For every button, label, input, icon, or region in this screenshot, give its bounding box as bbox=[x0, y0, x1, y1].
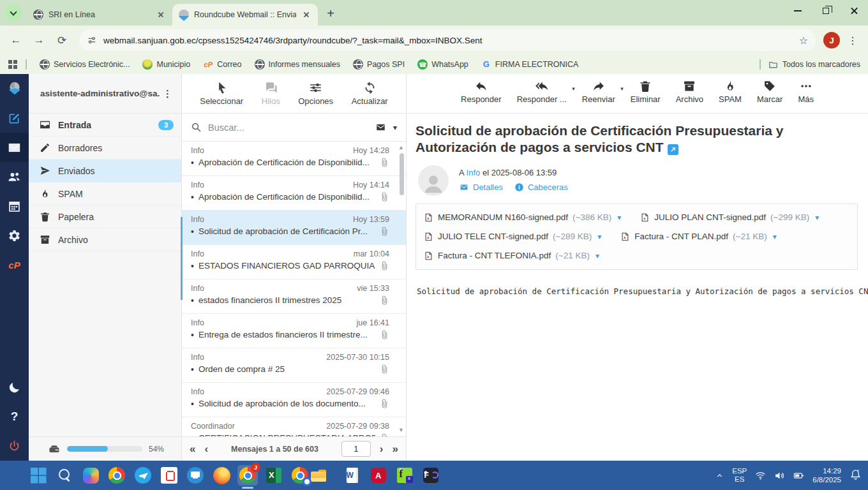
mail-nav-button[interactable] bbox=[0, 133, 29, 162]
calendar-nav-button[interactable] bbox=[0, 191, 29, 221]
taskbar-app-icon[interactable] bbox=[133, 465, 153, 486]
bookmark-item[interactable]: WhatsApp bbox=[412, 57, 474, 71]
chevron-down-icon[interactable]: ▾ bbox=[393, 123, 397, 132]
search-scope-icon[interactable] bbox=[375, 122, 387, 132]
reader-toolbar-button[interactable]: Archivo bbox=[675, 80, 705, 104]
compose-button[interactable] bbox=[0, 103, 29, 133]
dark-mode-button[interactable] bbox=[0, 373, 29, 402]
list-toolbar-button[interactable]: Seleccionar bbox=[200, 81, 243, 106]
contacts-nav-button[interactable] bbox=[0, 162, 29, 191]
taskbar-app-icon[interactable] bbox=[80, 465, 101, 486]
new-tab-button[interactable]: + bbox=[322, 4, 340, 22]
attachment-item[interactable]: JULIO TELE CNT-signed.pdf (~289 KB) ▾ bbox=[424, 228, 601, 246]
battery-icon[interactable] bbox=[793, 470, 804, 481]
bookmark-item[interactable]: Correo bbox=[198, 57, 246, 71]
reader-toolbar-button[interactable]: Más bbox=[797, 80, 815, 104]
cpanel-button[interactable]: cP bbox=[0, 250, 29, 279]
scroll-down-arrow[interactable]: ▼ bbox=[398, 427, 404, 433]
browser-menu-button[interactable]: ⋮ bbox=[844, 34, 862, 47]
list-toolbar-button[interactable]: Opciones bbox=[298, 81, 333, 106]
recipient-link[interactable]: Info bbox=[467, 168, 481, 177]
taskbar-app-icon[interactable] bbox=[211, 465, 232, 486]
list-item[interactable]: Info Hoy 14:14 • Aprobación de Certifica… bbox=[182, 176, 406, 211]
bookmark-star-icon[interactable]: ☆ bbox=[799, 34, 808, 47]
browser-tab[interactable]: SRI en Línea bbox=[27, 4, 172, 26]
attachment-menu-icon[interactable]: ▾ bbox=[597, 232, 601, 241]
bookmark-item[interactable]: Informes mensuales bbox=[250, 57, 346, 71]
list-item[interactable]: Info mar 10:04 • ESTADOS FINANCIEROS GAD… bbox=[182, 245, 406, 279]
restore-button[interactable] bbox=[812, 0, 840, 22]
taskbar-app-icon[interactable] bbox=[342, 465, 363, 486]
folder-item[interactable]: Papelera bbox=[29, 205, 181, 228]
prev-page-button[interactable]: ‹ bbox=[204, 443, 208, 454]
reader-toolbar-button[interactable]: SPAM bbox=[717, 80, 743, 104]
clock[interactable]: 14:29 6/8/2025 bbox=[812, 466, 841, 484]
wifi-icon[interactable] bbox=[755, 470, 766, 481]
help-button[interactable]: ? bbox=[0, 402, 29, 431]
folder-item[interactable]: Enviados bbox=[29, 160, 181, 182]
bookmark-item[interactable]: Municipio bbox=[137, 57, 195, 71]
attachment-menu-icon[interactable]: ▾ bbox=[595, 251, 599, 260]
attachment-menu-icon[interactable]: ▾ bbox=[617, 213, 621, 222]
notifications-button[interactable]: z bbox=[849, 468, 862, 483]
folder-item[interactable]: Entrada 3 bbox=[29, 114, 181, 137]
taskbar-app-icon[interactable] bbox=[185, 465, 206, 486]
close-button[interactable] bbox=[840, 0, 868, 22]
close-icon[interactable] bbox=[301, 10, 311, 20]
list-toolbar-button[interactable]: Actualizar bbox=[352, 81, 388, 106]
chevron-down-icon[interactable]: ▾ bbox=[572, 85, 575, 92]
profile-avatar[interactable]: J bbox=[823, 32, 840, 48]
address-bar[interactable]: webmail.sanjuan.gob.ec/cpsess1525424746/… bbox=[79, 29, 816, 51]
list-item[interactable]: Info jue 16:41 • Entrega de estados fina… bbox=[182, 314, 406, 348]
url-text[interactable]: webmail.sanjuan.gob.ec/cpsess1525424746/… bbox=[103, 36, 793, 45]
folder-item[interactable]: SPAM bbox=[29, 182, 181, 205]
attachment-item[interactable]: Factura - CNT TLEFONIA.pdf (~21 KB) ▾ bbox=[424, 247, 599, 265]
attachment-name[interactable]: Factura - CNT PLAN.pdf bbox=[634, 232, 728, 241]
attachment-item[interactable]: JULIO PLAN CNT-signed.pdf (~299 KB) ▾ bbox=[640, 209, 819, 226]
scrollbar-thumb[interactable] bbox=[400, 153, 404, 195]
bookmark-item[interactable]: FIRMA ELECTRONICA bbox=[476, 57, 584, 71]
attachment-item[interactable]: MEMORANDUM N160-signed.pdf (~386 KB) ▾ bbox=[424, 209, 621, 226]
taskbar-app-icon[interactable] bbox=[421, 465, 441, 486]
list-item[interactable]: Info Hoy 14:28 • Aprobación de Certifica… bbox=[182, 142, 406, 176]
bookmark-item[interactable]: Servicios Electrónic... bbox=[34, 57, 135, 71]
tab-search-button[interactable] bbox=[5, 4, 22, 21]
taskbar-app-icon[interactable] bbox=[159, 465, 179, 486]
page-number-input[interactable] bbox=[341, 441, 371, 457]
list-item[interactable]: Info Hoy 13:59 • Solicitud de aprobación… bbox=[182, 211, 406, 245]
next-page-button[interactable]: › bbox=[380, 443, 384, 454]
settings-nav-button[interactable] bbox=[0, 221, 29, 250]
list-item[interactable]: Coordinador 2025-07-29 09:38 • CERTIFICA… bbox=[182, 417, 406, 436]
taskbar-app-icon[interactable] bbox=[368, 465, 389, 486]
close-icon[interactable] bbox=[156, 10, 166, 20]
site-settings-icon[interactable] bbox=[87, 35, 97, 45]
browser-tab[interactable]: Roundcube Webmail :: Enviados bbox=[172, 4, 318, 26]
taskbar-app-icon[interactable] bbox=[28, 465, 49, 486]
open-in-new-window-icon[interactable] bbox=[668, 144, 678, 155]
last-page-button[interactable]: » bbox=[393, 443, 398, 454]
taskbar-app-icon[interactable] bbox=[290, 465, 310, 486]
bookmark-item[interactable]: Pagos SPI bbox=[348, 57, 410, 71]
attachment-name[interactable]: JULIO TELE CNT-signed.pdf bbox=[438, 232, 548, 241]
logout-button[interactable] bbox=[0, 431, 29, 461]
all-bookmarks-button[interactable]: Todos los marcadores bbox=[768, 60, 860, 70]
chevron-down-icon[interactable]: ▾ bbox=[620, 85, 624, 92]
taskbar-app-icon[interactable] bbox=[316, 465, 336, 486]
attachment-name[interactable]: Factura - CNT TLEFONIA.pdf bbox=[438, 251, 551, 260]
reader-toolbar-button[interactable]: ▾ Reenviar bbox=[581, 80, 617, 104]
taskbar-app-icon[interactable] bbox=[107, 465, 127, 486]
account-menu-button[interactable]: ⋮ bbox=[160, 88, 175, 100]
list-item[interactable]: Info vie 15:33 • estados financieros II … bbox=[182, 279, 406, 314]
taskbar-app-icon[interactable] bbox=[394, 465, 415, 486]
taskbar-app-icon[interactable] bbox=[54, 465, 75, 486]
scroll-up-arrow[interactable]: ▲ bbox=[398, 144, 404, 151]
reader-toolbar-button[interactable]: Responder bbox=[460, 80, 503, 104]
attachment-item[interactable]: Factura - CNT PLAN.pdf (~21 KB) ▾ bbox=[620, 228, 777, 246]
reader-toolbar-button[interactable]: ▾ Responder ... bbox=[516, 80, 568, 104]
folder-item[interactable]: Archivo bbox=[29, 228, 181, 251]
details-toggle[interactable]: Detalles bbox=[459, 182, 503, 192]
list-item[interactable]: Info 2025-07-30 10:15 • Orden de compra … bbox=[182, 348, 406, 383]
tray-expand-icon[interactable] bbox=[715, 471, 724, 480]
apps-grid-icon[interactable] bbox=[8, 59, 18, 70]
list-toolbar-button[interactable]: Hilos bbox=[262, 81, 280, 106]
